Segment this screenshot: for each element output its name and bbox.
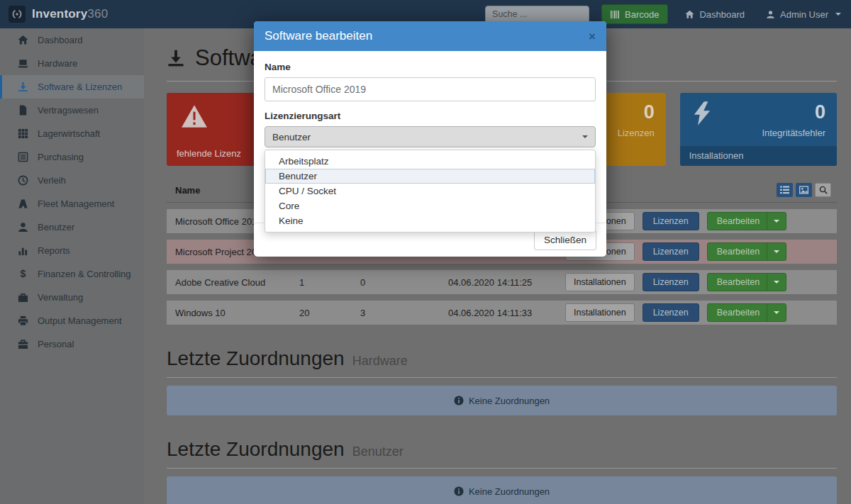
section-subtitle: Benutzer [352, 444, 404, 459]
table-view-controls [777, 183, 831, 197]
cell-date: 04.06.2020 14:11:33 [448, 308, 565, 318]
barcode-button[interactable]: Barcode [601, 4, 668, 24]
sidebar-item-personal[interactable]: Personal [0, 332, 144, 356]
license-type-dropdown: Arbeitsplatz Benutzer CPU / Socket Core … [265, 150, 596, 233]
briefcase-icon [18, 292, 28, 303]
caret-down-icon [835, 13, 841, 16]
brand-name: Inventory [32, 7, 87, 21]
lizenzen-button[interactable]: Lizenzen [643, 242, 699, 261]
cell-installs: 3 [360, 308, 448, 318]
sidebar-item-verwaltung[interactable]: Verwaltung [0, 286, 144, 309]
close-icon[interactable]: × [589, 30, 596, 43]
bearbeiten-dropdown-toggle[interactable] [767, 243, 786, 260]
section-subtitle: Hardware [352, 354, 408, 369]
barcode-icon [611, 10, 620, 19]
modal-body: Name Lizenzierungsart Benutzer Arbeitspl… [254, 51, 606, 147]
file-icon [18, 105, 28, 116]
bearbeiten-split-button[interactable]: Bearbeiten [707, 273, 786, 291]
nav-dashboard-label: Dashboard [699, 9, 745, 20]
section-header-benutzer: Letzte Zuordnungen Benutzer [167, 438, 837, 469]
grid-icon [18, 128, 28, 139]
sidebar-item-lagerwirtschaft[interactable]: Lagerwirtschaft [0, 122, 144, 145]
caret-down-icon [774, 220, 779, 223]
row-actions: Installationen Lizenzen Bearbeiten [565, 273, 837, 291]
modal-title: Software bearbeiten [265, 29, 372, 43]
caret-down-icon [582, 135, 588, 138]
option-benutzer[interactable]: Benutzer [265, 169, 595, 184]
bar-chart-icon [18, 245, 28, 256]
modal-header: Software bearbeiten × [254, 21, 606, 51]
caret-down-icon [774, 281, 779, 284]
sidebar-item-verleih[interactable]: Verleih [0, 169, 144, 192]
sidebar-item-vertragswesen[interactable]: Vertragswesen [0, 99, 144, 122]
svg-text:$: $ [21, 269, 26, 279]
home-icon [685, 10, 694, 19]
sidebar-item-output-management[interactable]: Output Management [0, 309, 144, 332]
logo-icon [11, 9, 23, 20]
laptop-icon [18, 58, 28, 69]
bearbeiten-dropdown-toggle[interactable] [767, 304, 786, 321]
sidebar-item-benutzer[interactable]: Benutzer [0, 215, 144, 239]
card-value: 0 [815, 101, 825, 123]
option-arbeitsplatz[interactable]: Arbeitsplatz [265, 154, 595, 169]
search-icon [819, 186, 828, 194]
search-input[interactable] [485, 6, 589, 23]
cell-installs: 0 [360, 277, 448, 288]
section-title: Letzte Zuordnungen [167, 438, 345, 461]
suitcase-icon [18, 339, 28, 349]
card-footer-label: fehlende Lizenz [177, 148, 241, 159]
bearbeiten-dropdown-toggle[interactable] [767, 274, 786, 291]
sidebar-item-reports[interactable]: Reports [0, 239, 144, 262]
name-field[interactable] [265, 77, 596, 101]
user-icon [18, 222, 28, 233]
card-footer-link[interactable]: Installationen [680, 146, 837, 166]
installationen-button[interactable]: Installationen [565, 273, 635, 291]
sidebar-item-hardware[interactable]: Hardware [0, 52, 144, 75]
cell-date: 04.06.2020 14:11:25 [448, 277, 565, 288]
lizenzen-button[interactable]: Lizenzen [643, 273, 699, 291]
warning-icon [181, 104, 208, 128]
search-button[interactable] [815, 183, 831, 197]
list-icon [18, 152, 28, 162]
option-keine[interactable]: Keine [265, 213, 595, 228]
bearbeiten-dropdown-toggle[interactable] [767, 213, 786, 230]
table-row[interactable]: Adobe Creative Cloud 1 0 04.06.2020 14:1… [167, 270, 837, 294]
license-type-label: Lizenzierungsart [265, 111, 596, 121]
lizenzen-button[interactable]: Lizenzen [643, 303, 699, 322]
installationen-button[interactable]: Installationen [565, 303, 635, 322]
card-label: Integritätsfehler [762, 128, 825, 138]
dollar-icon: $ [18, 269, 28, 279]
nav-dashboard-link[interactable]: Dashboard [685, 9, 745, 20]
sidebar-item-finanzen-controlling[interactable]: $ Finanzen & Controlling [0, 262, 144, 286]
list-view-button[interactable] [777, 183, 793, 197]
nav-user-menu[interactable]: Admin User [766, 9, 841, 20]
sidebar-item-fleet-management[interactable]: Fleet Management [0, 192, 144, 215]
license-type-select[interactable]: Benutzer [265, 126, 596, 147]
sidebar: Dashboard Hardware Software & Lizenzen V… [0, 28, 144, 504]
schliessen-button[interactable]: Schließen [534, 230, 596, 250]
option-cpu-socket[interactable]: CPU / Socket [265, 184, 595, 198]
bearbeiten-split-button[interactable]: Bearbeiten [707, 212, 786, 230]
column-header-name: Name [175, 185, 200, 196]
sidebar-item-software-lizenzen[interactable]: Software & Lizenzen [0, 75, 144, 99]
info-icon [454, 486, 464, 496]
option-core[interactable]: Core [265, 198, 595, 213]
gallery-view-button[interactable] [796, 183, 812, 197]
card-integrity[interactable]: 0 Integritätsfehler Installationen [680, 93, 837, 166]
image-icon [799, 186, 808, 194]
sidebar-item-purchasing[interactable]: Purchasing [0, 145, 144, 169]
empty-assignments-alert: Keine Zuordnungen [167, 476, 837, 504]
bearbeiten-split-button[interactable]: Bearbeiten [707, 242, 786, 261]
row-actions: Installationen Lizenzen Bearbeiten [565, 303, 837, 322]
cell-name: Adobe Creative Cloud [175, 277, 299, 288]
card-value: 0 [644, 101, 655, 123]
bearbeiten-split-button[interactable]: Bearbeiten [707, 303, 786, 322]
table-view-icon [780, 186, 789, 194]
sidebar-item-dashboard[interactable]: Dashboard [0, 28, 144, 52]
lizenzen-button[interactable]: Lizenzen [643, 212, 699, 230]
caret-down-icon [774, 250, 779, 253]
table-row[interactable]: Windows 10 20 3 04.06.2020 14:11:33 Inst… [167, 301, 837, 325]
name-field-label: Name [265, 62, 596, 72]
app-logo [9, 6, 26, 23]
info-icon [454, 396, 464, 405]
